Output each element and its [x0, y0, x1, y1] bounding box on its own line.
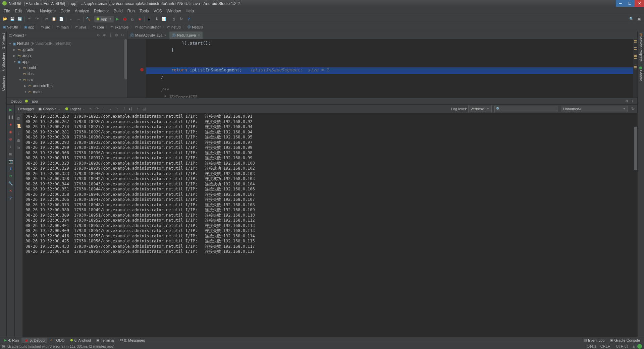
drop-frame-icon[interactable]: ⤴ — [121, 106, 127, 112]
undo-icon[interactable]: ↶ — [26, 16, 33, 22]
resume-icon[interactable]: ▶ — [8, 107, 14, 113]
btab-messages[interactable]: ✉0: Messages — [117, 338, 148, 343]
menu-window[interactable]: Window — [164, 8, 183, 14]
tree-node[interactable]: 🗀libs — [7, 71, 127, 77]
paste-icon[interactable]: 📄 — [58, 16, 65, 22]
sync-gradle-icon[interactable]: ↻ — [178, 16, 184, 22]
rail-maven[interactable]: mMaven Projects — [638, 31, 644, 64]
code-line[interactable]: } — [146, 74, 633, 81]
menu-file[interactable]: File — [1, 8, 12, 14]
menu-view[interactable]: View — [24, 8, 38, 14]
make-icon[interactable]: 🔨 — [85, 16, 92, 22]
tree-node[interactable]: ▶🗀.idea — [7, 53, 127, 59]
editor-tab[interactable]: ⒸMainActivity.java× — [127, 32, 169, 39]
back-icon[interactable]: ← — [68, 16, 74, 22]
run-config-dropdown[interactable]: ⬣ app ▼ — [94, 16, 114, 22]
log-search-input[interactable]: 🔍 — [494, 106, 558, 112]
settings-icon[interactable]: ⚙ — [114, 33, 119, 38]
log-scrollbar[interactable] — [634, 127, 637, 170]
copy-icon[interactable]: 📋 — [51, 16, 57, 22]
crumb-src[interactable]: 🗀src — [41, 25, 50, 29]
code-line[interactable] — [146, 61, 633, 67]
crumb-com[interactable]: 🗀com — [93, 25, 104, 29]
rail-project[interactable]: 1: Project — [0, 31, 6, 51]
structure-icon[interactable]: ⎙ — [170, 16, 177, 22]
menu-help[interactable]: Help — [183, 8, 196, 14]
stripe-warning-icon[interactable] — [634, 47, 637, 48]
dump-icon[interactable]: ↓ — [8, 143, 14, 150]
pause-icon[interactable]: ❚❚ — [8, 114, 14, 120]
menu-navigate[interactable]: Navigate — [38, 8, 58, 14]
sdk-icon[interactable]: ⬇ — [153, 16, 160, 22]
menu-refactor[interactable]: Refactor — [92, 8, 111, 14]
tree-node[interactable]: ▶🗀androidTest — [7, 83, 127, 89]
close-tab-icon[interactable]: × — [198, 34, 200, 37]
more-icon[interactable]: ▤ — [141, 106, 148, 112]
stripe-warning-icon[interactable] — [634, 40, 637, 41]
stripe-warning-icon[interactable] — [634, 66, 637, 67]
tree-node[interactable]: ▼🗀src — [7, 77, 127, 83]
status-indicator-icon[interactable] — [637, 344, 642, 349]
stripe-warning-icon[interactable] — [634, 56, 637, 57]
encoding[interactable]: UTF-8‡ — [616, 344, 629, 348]
step-over-icon[interactable]: ↷ — [94, 106, 101, 112]
filter-dropdown[interactable]: Unnamed-0▼ — [561, 106, 628, 112]
settings-icon[interactable]: 🔧 — [8, 180, 14, 186]
menu-edit[interactable]: Edit — [12, 8, 24, 14]
soft-wrap-icon[interactable]: ⤸ — [16, 130, 22, 136]
code-line[interactable]: }).start(); — [146, 41, 633, 47]
evaluate-icon[interactable]: ⩉ — [134, 106, 141, 112]
code-line[interactable] — [146, 81, 633, 88]
stripe-warning-icon[interactable] — [634, 55, 637, 56]
subtab-logcat[interactable]: ⬣Logcat → — [63, 106, 87, 112]
code-line[interactable]: return ipListInSameSegment; ipListInSame… — [146, 67, 633, 74]
stop-icon[interactable]: ■ — [136, 16, 143, 22]
crumb-netutil-pkg[interactable]: 🗀netutil — [167, 25, 181, 29]
forward-icon[interactable]: → — [75, 16, 82, 22]
tree-scrollbar[interactable] — [124, 39, 127, 79]
scroll-from-source-icon[interactable]: ⊕ — [102, 33, 107, 38]
close-icon[interactable]: ✕ — [8, 188, 14, 194]
step-into-icon[interactable]: ↓ — [101, 106, 107, 112]
btab-todo[interactable]: ✓TODO — [47, 338, 67, 343]
menu-build[interactable]: Build — [111, 8, 125, 14]
close-tab-icon[interactable]: × — [164, 34, 166, 37]
restart-logcat-icon[interactable]: ↻ — [629, 106, 636, 112]
clear-log-icon[interactable]: 🗑 — [16, 115, 22, 121]
hide-icon[interactable]: ↦ — [120, 33, 125, 38]
loglevel-dropdown[interactable]: Verbose▼ — [468, 106, 492, 112]
crumb-example[interactable]: 🗀example — [110, 25, 129, 29]
monitor-icon[interactable]: 📊 — [161, 16, 167, 22]
code-line[interactable]: } — [146, 47, 633, 54]
log-output[interactable]: 08-26 19:52:00.263 17930-18925/com.examp… — [23, 113, 637, 337]
hide-icon[interactable]: ↧ — [630, 99, 635, 104]
toggle-toolwindows-icon[interactable]: ▣ — [2, 344, 5, 348]
help-icon[interactable]: ? — [8, 195, 14, 201]
help-icon[interactable]: ? — [185, 16, 192, 22]
sync-icon[interactable]: 🔄 — [16, 16, 23, 22]
restart-icon[interactable]: ↻ — [16, 145, 22, 151]
minimize-button[interactable]: ─ — [616, 0, 625, 7]
save-icon[interactable]: 💾 — [9, 16, 16, 22]
stripe-warning-icon[interactable] — [634, 58, 637, 59]
maximize-button[interactable]: ☐ — [625, 0, 635, 7]
run-icon[interactable]: ▶ — [114, 16, 121, 22]
rail-structure[interactable]: 7: Structure — [0, 51, 6, 74]
print-icon[interactable]: 🖶 — [16, 137, 22, 143]
rail-captures[interactable]: Captures — [0, 74, 6, 93]
subtab-console[interactable]: ▣Console → — [36, 106, 63, 112]
debug-tab-label[interactable]: Debug — [9, 99, 23, 104]
readonly-lock-icon[interactable]: a — [633, 344, 635, 348]
crumb-main[interactable]: 🗀main — [56, 25, 69, 29]
btab-android[interactable]: ⬣6: Android — [67, 338, 94, 343]
scroll-end-icon[interactable]: 📜 — [16, 123, 22, 129]
tree-root[interactable]: ▼▣NetUtil(F:\androidFun\NetUtil) — [7, 41, 127, 47]
btab-gradle-console[interactable]: ▣Gradle Console — [607, 338, 643, 343]
menu-vcs[interactable]: VCS — [151, 8, 164, 14]
stripe-warning-icon[interactable] — [634, 67, 637, 68]
menu-run[interactable]: Run — [125, 8, 137, 14]
tree-node[interactable]: ▶🗀.gradle — [7, 47, 127, 53]
btab-debug[interactable]: 🐞5: Debug — [21, 338, 47, 343]
btab-eventlog[interactable]: ▤Event Log — [581, 338, 607, 343]
stripe-warning-icon[interactable] — [634, 42, 637, 43]
